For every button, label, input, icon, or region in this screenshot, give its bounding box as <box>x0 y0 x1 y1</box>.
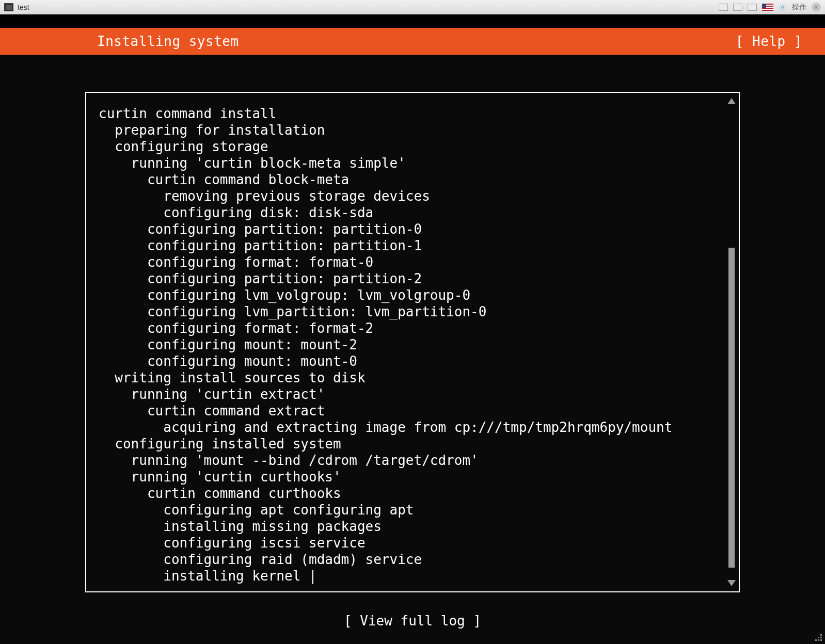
log-line: running 'curtin block-meta simple' <box>99 155 726 171</box>
log-line: curtin command block-meta <box>99 171 726 188</box>
window-title: test <box>18 3 29 11</box>
resize-grip-icon[interactable] <box>813 632 822 641</box>
window-mode-icon-3[interactable] <box>748 4 757 11</box>
vm-viewport: Installing system [ Help ] curtin comman… <box>0 14 825 644</box>
log-line: configuring installed system <box>99 436 726 452</box>
log-line: configuring partition: partition-1 <box>99 237 726 254</box>
scrollbar[interactable] <box>727 98 736 586</box>
log-content: curtin command install preparing for ins… <box>99 105 726 584</box>
log-line: curtin command curthooks <box>99 485 726 502</box>
log-line: configuring iscsi service <box>99 535 726 551</box>
log-line: configuring storage <box>99 138 726 155</box>
log-line: configuring format: format-0 <box>99 254 726 270</box>
log-line: configuring partition: partition-2 <box>99 270 726 287</box>
log-line: configuring lvm_partition: lvm_partition… <box>99 303 726 320</box>
log-line: configuring format: format-2 <box>99 320 726 336</box>
top-black-bar <box>0 14 825 28</box>
gear-icon[interactable] <box>779 3 787 11</box>
log-line: curtin command install <box>99 105 726 122</box>
installer-title: Installing system <box>97 34 239 49</box>
window-mode-icon-2[interactable] <box>733 4 742 11</box>
log-line: running 'curtin curthooks' <box>99 469 726 485</box>
log-line: running 'curtin extract' <box>99 386 726 403</box>
log-line: curtin command extract <box>99 403 726 419</box>
scroll-up-icon[interactable] <box>727 98 736 104</box>
scroll-thumb[interactable] <box>728 248 735 568</box>
log-line: installing kernel | <box>99 568 726 584</box>
log-line: running 'mount --bind /cdrom /target/cdr… <box>99 452 726 469</box>
title-right: 操作 ✕ <box>719 3 821 12</box>
log-line: configuring mount: mount-2 <box>99 336 726 353</box>
log-line: configuring raid (mdadm) service <box>99 551 726 568</box>
log-box: curtin command install preparing for ins… <box>85 92 740 592</box>
svg-point-0 <box>782 6 784 8</box>
vm-screen: Installing system [ Help ] curtin comman… <box>0 14 825 644</box>
console-area: curtin command install preparing for ins… <box>0 55 825 644</box>
help-button[interactable]: [ Help ] <box>736 34 802 49</box>
view-full-log-button[interactable]: [ View full log ] <box>344 613 481 629</box>
log-line: configuring partition: partition-0 <box>99 221 726 237</box>
log-line: configuring disk: disk-sda <box>99 204 726 221</box>
log-line: acquiring and extracting image from cp:/… <box>99 419 726 436</box>
actions-menu[interactable]: 操作 <box>792 3 806 12</box>
log-line: configuring apt configuring apt <box>99 502 726 518</box>
title-left: test <box>4 3 29 11</box>
log-line: preparing for installation <box>99 122 726 138</box>
log-line: configuring mount: mount-0 <box>99 353 726 369</box>
log-line: writing install sources to disk <box>99 369 726 386</box>
log-line: removing previous storage devices <box>99 188 726 204</box>
window-title-bar: test 操作 ✕ <box>0 0 825 14</box>
log-line: installing missing packages <box>99 518 726 535</box>
vm-app-icon <box>4 3 13 11</box>
scroll-down-icon[interactable] <box>727 580 736 586</box>
close-icon[interactable]: ✕ <box>812 3 821 12</box>
installer-header: Installing system [ Help ] <box>0 28 825 55</box>
window-mode-icon-1[interactable] <box>719 4 728 11</box>
log-line: configuring lvm_volgroup: lvm_volgroup-0 <box>99 287 726 303</box>
us-flag-icon[interactable] <box>762 4 773 11</box>
